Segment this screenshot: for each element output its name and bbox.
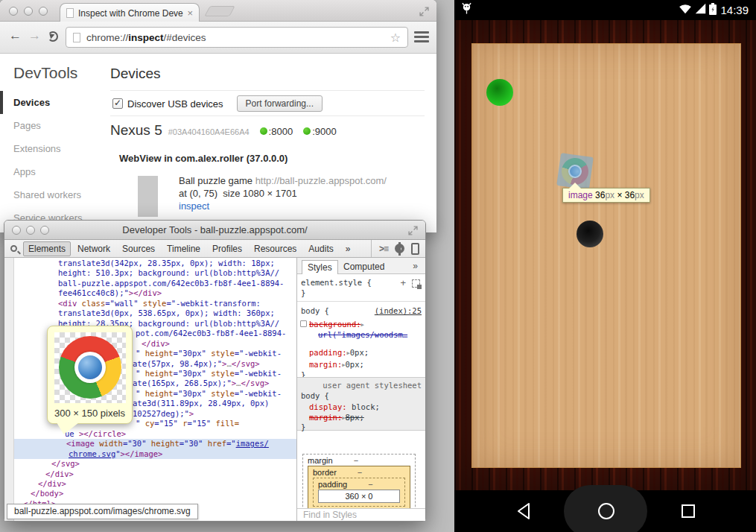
discover-usb-checkbox[interactable]: ✓ — [112, 98, 123, 109]
display-property[interactable]: display: block; — [297, 402, 425, 411]
green-status-dot — [260, 127, 267, 135]
page-icon — [73, 33, 80, 42]
code-line[interactable]: </svg> — [4, 459, 296, 469]
divider — [297, 301, 425, 302]
sidebar-item-pages[interactable]: Pages — [0, 114, 104, 137]
devtools-window: Developer Tools - ball-puzzle.appspot.co… — [4, 220, 426, 522]
zoom-window-button[interactable] — [39, 7, 48, 16]
gear-icon[interactable] — [395, 244, 404, 253]
usb-debugging-icon — [461, 2, 472, 18]
devtools-brand: DevTools — [13, 64, 77, 82]
code-line[interactable]: <div class="wall" style="-webkit-transfo… — [4, 299, 296, 308]
webview-page-title: Ball puzzle game — [179, 175, 252, 186]
close-window-button[interactable] — [9, 7, 18, 16]
element-style-rule[interactable]: element.style { — [297, 278, 425, 287]
code-line[interactable]: ball-puzzle.appspot.com/642ec0b3-fb8f-4e… — [4, 279, 296, 288]
resize-icon[interactable] — [408, 225, 418, 238]
body-rule-open[interactable]: body {(index):25 — [297, 306, 425, 315]
devtools-tab-resources[interactable]: Resources — [249, 241, 302, 256]
sidebar-item-shared-workers[interactable]: Shared workers — [0, 183, 104, 206]
new-tab-button[interactable] — [204, 6, 235, 16]
resize-icon[interactable] — [419, 6, 429, 19]
code-line[interactable]: </div> — [4, 479, 296, 489]
game-frame: image 36px × 36px — [454, 20, 756, 490]
collapse-icon[interactable]: − — [358, 468, 362, 477]
port-status: :8000 — [260, 126, 293, 137]
webview-size: size 1080 × 1701 — [223, 188, 296, 199]
image-size-label: 300 × 150 pixels — [48, 408, 132, 419]
devtools-tab-profiles[interactable]: Profiles — [207, 241, 247, 256]
new-style-rule-icon[interactable]: + — [400, 277, 406, 288]
tab-computed[interactable]: Computed — [343, 262, 384, 272]
browser-toolbar: ← → chrome://inspect/#devices ☆ — [0, 22, 436, 54]
port-forwarding-button[interactable]: Port forwarding... — [237, 95, 323, 112]
url-bar[interactable]: chrome://inspect/#devices ☆ — [66, 27, 408, 48]
inspect-element-icon[interactable] — [412, 279, 420, 288]
code-line[interactable]: </body> — [4, 489, 296, 498]
code-line[interactable]: <image width="30" height="30" href="imag… — [4, 439, 296, 449]
devtools-tabbar: ElementsNetworkSourcesTimelineProfilesRe… — [4, 240, 425, 258]
forward-icon[interactable]: → — [28, 28, 41, 43]
code-line[interactable]: height: 510.3px; background: url(blob:ht… — [4, 268, 296, 278]
back-icon[interactable]: ← — [9, 28, 22, 43]
ua-margin-property[interactable]: margin:▶8px; — [297, 413, 425, 422]
code-line[interactable]: </div> — [4, 469, 296, 479]
devices-main: Devices ✓ Discover USB devices Port forw… — [110, 54, 436, 232]
code-line[interactable]: translate3d(342px, 28.35px, 0px); width:… — [4, 259, 296, 268]
more-tabs-icon[interactable]: » — [413, 261, 418, 271]
menu-icon[interactable] — [414, 31, 429, 45]
tab-styles[interactable]: Styles — [302, 260, 338, 274]
box-model-padding[interactable]: padding− 360 × 0 — [313, 478, 405, 507]
sidebar-item-devices[interactable]: Devices — [0, 91, 104, 114]
code-line[interactable]: chrome.svg"></image> — [4, 449, 296, 459]
devtools-tab-elements[interactable]: Elements — [23, 241, 71, 256]
box-model-border[interactable]: border− padding− 360 × 0 — [308, 466, 410, 509]
webview-page-url: http://ball-puzzle.appspot.com/ — [255, 175, 387, 186]
sidebar-item-extensions[interactable]: Extensions — [0, 137, 104, 160]
devtools-tab-timeline[interactable]: Timeline — [162, 241, 206, 256]
dark-ball[interactable] — [576, 221, 603, 247]
box-model: margin− border− padding− 360 × 0 — [302, 454, 416, 509]
devtools-titlebar: Developer Tools - ball-puzzle.appspot.co… — [4, 221, 425, 240]
box-model-margin[interactable]: margin− border− padding− 360 × 0 — [302, 454, 416, 509]
sidebar-item-apps[interactable]: Apps — [0, 160, 104, 183]
code-line[interactable]: translate3d(0px, 538.65px, 0px); width: … — [4, 308, 296, 318]
devtools-tab-more[interactable]: » — [340, 241, 356, 256]
recents-button[interactable] — [681, 502, 696, 523]
collapse-icon[interactable]: − — [354, 456, 358, 465]
console-icon[interactable]: >≡ — [379, 244, 388, 254]
tab-strip: Inspect with Chrome Devel × — [0, 0, 436, 22]
body-rule-open: body { — [297, 391, 425, 400]
device-mode-icon[interactable] — [411, 243, 419, 255]
reload-icon[interactable] — [48, 31, 58, 42]
devtools-tab-sources[interactable]: Sources — [117, 241, 160, 256]
devtools-tab-network[interactable]: Network — [72, 241, 115, 256]
inspect-link[interactable]: inspect — [179, 200, 387, 212]
background-property[interactable]: background:▶ — [297, 320, 425, 329]
green-ball[interactable] — [486, 79, 513, 106]
background-value[interactable]: url("images/woodsm… — [297, 330, 425, 339]
bookmark-star-icon[interactable]: ☆ — [390, 31, 401, 45]
box-model-content[interactable]: 360 × 0 — [318, 490, 400, 503]
collapse-icon[interactable]: − — [368, 480, 372, 489]
tab-close-icon[interactable]: × — [187, 7, 193, 19]
find-in-styles-input[interactable] — [297, 509, 425, 521]
wifi-icon — [679, 3, 692, 17]
back-button[interactable] — [515, 502, 532, 523]
stylesheet-link[interactable]: (index):25 — [375, 306, 422, 315]
code-line[interactable]: fee461cc40c8);"></div> — [4, 288, 296, 298]
url-text[interactable]: chrome://inspect/#devices — [86, 32, 206, 43]
devtools-tab-audits[interactable]: Audits — [303, 241, 338, 256]
url-prefix: chrome:// — [86, 32, 128, 43]
margin-property[interactable]: margin:▶0px; — [297, 360, 425, 369]
browser-tab[interactable]: Inspect with Chrome Devel × — [60, 3, 200, 22]
desktop: Inspect with Chrome Devel × ← → chrome:/… — [0, 0, 454, 532]
window-controls — [9, 7, 48, 16]
devtools-window-title: Developer Tools - ball-puzzle.appspot.co… — [4, 224, 425, 235]
status-url: ball-puzzle.appspot.com/images/chrome.sv… — [7, 504, 198, 519]
home-button[interactable] — [597, 502, 615, 523]
minimize-window-button[interactable] — [24, 7, 33, 16]
code-line[interactable]: ue ></circle> — [4, 429, 296, 439]
padding-property[interactable]: padding:▶0px; — [297, 348, 425, 357]
search-icon[interactable] — [10, 245, 17, 252]
